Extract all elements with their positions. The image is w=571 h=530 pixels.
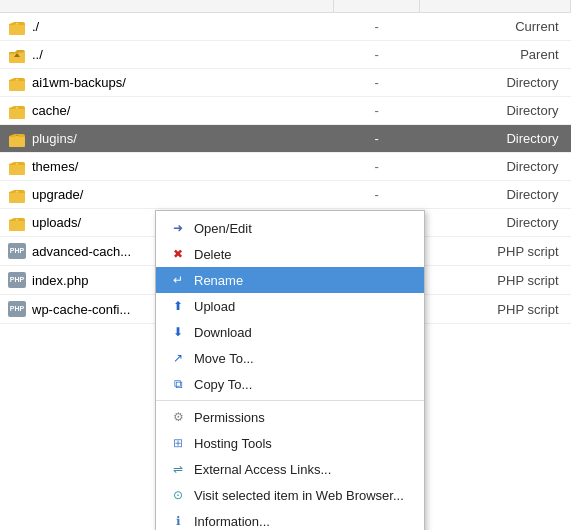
file-type: PHP script xyxy=(420,237,571,266)
download-icon: ⬇ xyxy=(170,324,186,340)
file-name-cell: plugins/ xyxy=(0,125,334,152)
folder-icon xyxy=(8,20,26,34)
menu-item-label: Hosting Tools xyxy=(194,436,272,451)
file-name: advanced-cach... xyxy=(32,244,131,259)
menu-item-delete[interactable]: ✖Delete xyxy=(156,241,424,267)
php-icon: PHP xyxy=(8,272,26,288)
file-size: - xyxy=(334,41,420,69)
menu-separator xyxy=(156,400,424,401)
menu-item-label: Move To... xyxy=(194,351,254,366)
menu-item-label: Rename xyxy=(194,273,243,288)
menu-item-label: Information... xyxy=(194,514,270,529)
upload-icon: ⬆ xyxy=(170,298,186,314)
table-row[interactable]: upgrade/-Directory xyxy=(0,181,571,209)
svg-rect-5 xyxy=(9,108,25,119)
arrow-icon: ➜ xyxy=(170,220,186,236)
table-row[interactable]: themes/-Directory xyxy=(0,153,571,181)
file-name-cell: themes/ xyxy=(0,153,334,180)
folder-icon xyxy=(8,132,26,146)
cursor-icon: ↵ xyxy=(170,272,186,288)
column-name xyxy=(0,0,334,13)
menu-item-copy-to[interactable]: ⧉Copy To... xyxy=(156,371,424,397)
file-name: ../ xyxy=(32,47,43,62)
menu-item-permissions[interactable]: ⚙Permissions xyxy=(156,404,424,430)
file-size: - xyxy=(334,13,420,41)
file-size: - xyxy=(334,181,420,209)
php-icon: PHP xyxy=(8,301,26,317)
php-icon: PHP xyxy=(8,243,26,259)
file-name: ./ xyxy=(32,19,39,34)
file-type: Current xyxy=(420,13,571,41)
svg-rect-6 xyxy=(9,136,25,147)
table-row[interactable]: ./-Current xyxy=(0,13,571,41)
menu-item-information[interactable]: ℹInformation... xyxy=(156,508,424,530)
context-menu: ➜Open/Edit✖Delete↵Rename⬆Upload⬇Download… xyxy=(155,210,425,530)
column-type xyxy=(420,0,571,13)
menu-item-label: Delete xyxy=(194,247,232,262)
folder-icon xyxy=(8,216,26,230)
table-row[interactable]: ai1wm-backups/-Directory xyxy=(0,69,571,97)
file-name-cell: ./ xyxy=(0,13,334,40)
file-size: - xyxy=(334,125,420,153)
file-type: Directory xyxy=(420,125,571,153)
menu-item-label: Upload xyxy=(194,299,235,314)
file-name-cell: ai1wm-backups/ xyxy=(0,69,334,96)
folder-icon xyxy=(8,160,26,174)
file-name: cache/ xyxy=(32,103,70,118)
folder-up-icon xyxy=(8,48,26,62)
file-size: - xyxy=(334,153,420,181)
info-icon: ℹ xyxy=(170,513,186,529)
host-icon: ⊞ xyxy=(170,435,186,451)
move-icon: ↗ xyxy=(170,350,186,366)
table-row[interactable]: ../-Parent xyxy=(0,41,571,69)
svg-rect-4 xyxy=(9,80,25,91)
file-type: Directory xyxy=(420,69,571,97)
table-header xyxy=(0,0,571,13)
folder-icon xyxy=(8,76,26,90)
menu-item-label: Copy To... xyxy=(194,377,252,392)
file-name: index.php xyxy=(32,273,88,288)
file-name-cell: ../ xyxy=(0,41,334,68)
table-row[interactable]: plugins/-Directory xyxy=(0,125,571,153)
svg-rect-8 xyxy=(9,192,25,203)
menu-item-external-links[interactable]: ⇌External Access Links... xyxy=(156,456,424,482)
menu-item-label: Visit selected item in Web Browser... xyxy=(194,488,404,503)
x-icon: ✖ xyxy=(170,246,186,262)
file-size: - xyxy=(334,97,420,125)
file-name-cell: upgrade/ xyxy=(0,181,334,208)
file-name: wp-cache-confi... xyxy=(32,302,130,317)
file-size: - xyxy=(334,69,420,97)
web-icon: ⊙ xyxy=(170,487,186,503)
ext-icon: ⇌ xyxy=(170,461,186,477)
menu-item-upload[interactable]: ⬆Upload xyxy=(156,293,424,319)
file-name: themes/ xyxy=(32,159,78,174)
menu-item-label: External Access Links... xyxy=(194,462,331,477)
file-type: PHP script xyxy=(420,266,571,295)
menu-item-label: Download xyxy=(194,325,252,340)
menu-item-hosting-tools[interactable]: ⊞Hosting Tools xyxy=(156,430,424,456)
file-name: ai1wm-backups/ xyxy=(32,75,126,90)
file-type: PHP script xyxy=(420,295,571,324)
menu-item-rename[interactable]: ↵Rename xyxy=(156,267,424,293)
menu-item-move-to[interactable]: ↗Move To... xyxy=(156,345,424,371)
svg-rect-9 xyxy=(9,220,25,231)
file-type: Directory xyxy=(420,153,571,181)
file-name: upgrade/ xyxy=(32,187,83,202)
column-size xyxy=(334,0,420,13)
svg-rect-7 xyxy=(9,164,25,175)
file-type: Directory xyxy=(420,181,571,209)
table-row[interactable]: cache/-Directory xyxy=(0,97,571,125)
svg-rect-0 xyxy=(9,24,25,35)
menu-item-label: Open/Edit xyxy=(194,221,252,236)
file-type: Directory xyxy=(420,97,571,125)
file-type: Directory xyxy=(420,209,571,237)
file-name-cell: cache/ xyxy=(0,97,334,124)
menu-item-visit-web[interactable]: ⊙Visit selected item in Web Browser... xyxy=(156,482,424,508)
file-type: Parent xyxy=(420,41,571,69)
menu-item-open-edit[interactable]: ➜Open/Edit xyxy=(156,215,424,241)
menu-item-label: Permissions xyxy=(194,410,265,425)
file-name: plugins/ xyxy=(32,131,77,146)
menu-item-download[interactable]: ⬇Download xyxy=(156,319,424,345)
copy-icon: ⧉ xyxy=(170,376,186,392)
folder-icon xyxy=(8,104,26,118)
